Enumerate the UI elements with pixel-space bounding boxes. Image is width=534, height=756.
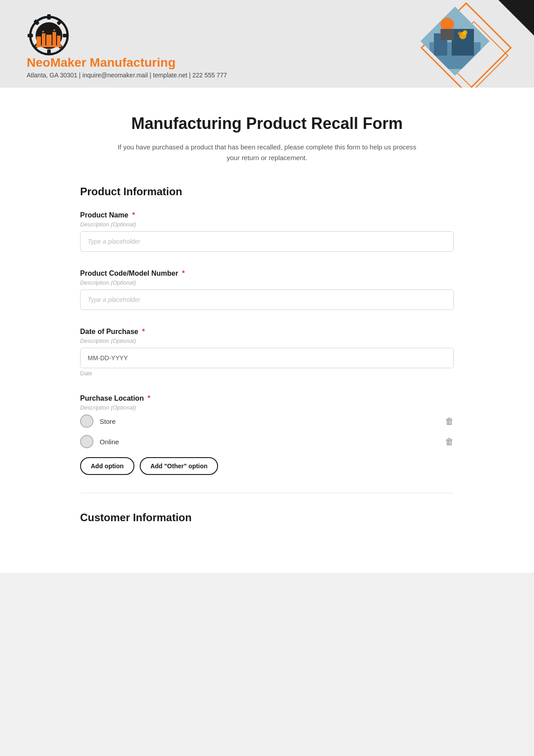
svg-point-16	[53, 29, 55, 31]
required-star-3: *	[142, 328, 145, 335]
section-product-info-title: Product Information	[80, 185, 454, 198]
product-name-label: Product Name *	[80, 211, 454, 219]
svg-rect-10	[36, 36, 41, 45]
field-purchase-location: Purchase Location * Description (Optiona…	[80, 394, 454, 475]
main-content: Manufacturing Product Recall Form If you…	[0, 88, 534, 573]
required-star-2: *	[182, 269, 185, 277]
field-product-code: Product Code/Model Number * Description …	[80, 269, 454, 310]
svg-rect-2	[47, 49, 51, 55]
radio-label-store: Store	[100, 418, 445, 425]
product-code-input[interactable]	[80, 290, 454, 310]
section-divider	[80, 493, 454, 494]
date-hint: Date	[80, 370, 454, 377]
svg-point-23	[463, 30, 467, 35]
product-code-description: Description (Optional)	[80, 279, 454, 286]
svg-rect-26	[441, 29, 454, 40]
required-star: *	[132, 211, 135, 219]
svg-rect-14	[57, 36, 61, 45]
svg-rect-4	[63, 34, 68, 37]
add-option-button[interactable]: Add option	[80, 457, 134, 475]
radio-option-online: Online 🗑	[80, 435, 454, 448]
date-of-purchase-input[interactable]	[80, 348, 454, 368]
delete-store-icon[interactable]: 🗑	[445, 416, 454, 426]
radio-circle-store[interactable]	[80, 414, 93, 428]
header: NeoMaker Manufacturing Atlanta, GA 30301…	[0, 0, 534, 88]
svg-rect-12	[46, 35, 52, 45]
section-customer-info-title: Customer Information	[80, 511, 454, 524]
svg-rect-17	[36, 45, 61, 47]
product-name-description: Description (Optional)	[80, 221, 454, 228]
product-code-label: Product Code/Model Number *	[80, 269, 454, 277]
svg-rect-11	[42, 33, 45, 45]
form-title: Manufacturing Product Recall Form	[80, 114, 454, 133]
radio-label-online: Online	[100, 438, 445, 446]
delete-online-icon[interactable]: 🗑	[445, 437, 454, 447]
add-other-option-button[interactable]: Add "Other" option	[140, 457, 218, 475]
required-star-4: *	[148, 394, 150, 402]
radio-circle-online[interactable]	[80, 435, 93, 448]
company-info: Atlanta, GA 30301 | inquire@neomaker.mai…	[27, 72, 227, 79]
add-options-row: Add option Add "Other" option	[80, 457, 454, 475]
svg-point-24	[458, 32, 461, 35]
svg-rect-3	[28, 34, 33, 37]
svg-point-15	[42, 31, 44, 32]
company-name: NeoMaker Manufacturing	[27, 56, 176, 70]
radio-option-store: Store 🗑	[80, 414, 454, 428]
header-image-diamond	[409, 7, 507, 78]
purchase-location-description: Description (Optional)	[80, 404, 454, 411]
date-of-purchase-label: Date of Purchase *	[80, 328, 454, 336]
field-product-name: Product Name * Description (Optional)	[80, 211, 454, 252]
svg-rect-13	[53, 32, 56, 45]
purchase-location-label: Purchase Location *	[80, 394, 454, 402]
date-of-purchase-description: Description (Optional)	[80, 338, 454, 344]
field-date-of-purchase: Date of Purchase * Description (Optional…	[80, 328, 454, 377]
form-subtitle: If you have purchased a product that has…	[116, 142, 418, 163]
product-name-input[interactable]	[80, 231, 454, 252]
svg-rect-1	[47, 14, 51, 20]
company-logo-icon	[27, 13, 71, 56]
